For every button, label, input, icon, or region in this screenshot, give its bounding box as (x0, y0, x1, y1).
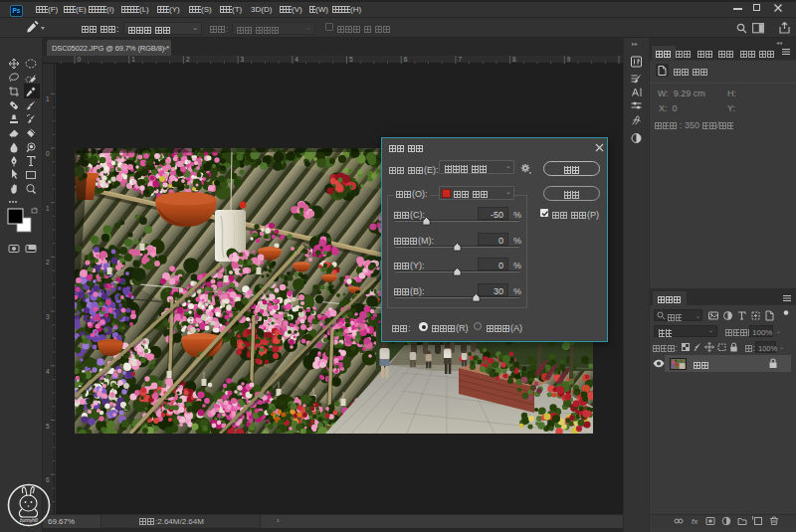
svg-text:1: 1 (131, 56, 135, 63)
svg-text:9: 9 (567, 56, 571, 63)
svg-text:0: 0 (46, 150, 50, 157)
svg-text:0: 0 (78, 56, 82, 63)
svg-text:7: 7 (458, 56, 462, 63)
svg-text:8: 8 (512, 56, 516, 63)
svg-text:3: 3 (241, 56, 245, 63)
svg-text:bunnyhill: bunnyhill (20, 518, 39, 523)
svg-text:4: 4 (295, 56, 298, 63)
svg-text:1: 1 (46, 95, 50, 102)
svg-text:4: 4 (46, 368, 50, 375)
svg-text:2: 2 (46, 259, 50, 266)
svg-text:6: 6 (404, 56, 408, 63)
svg-text:fx: fx (692, 517, 698, 526)
svg-text:5: 5 (46, 423, 50, 430)
svg-text:5: 5 (349, 56, 353, 63)
svg-text:1: 1 (46, 205, 50, 212)
svg-text:3: 3 (46, 313, 50, 320)
svg-text:2: 2 (186, 56, 190, 63)
